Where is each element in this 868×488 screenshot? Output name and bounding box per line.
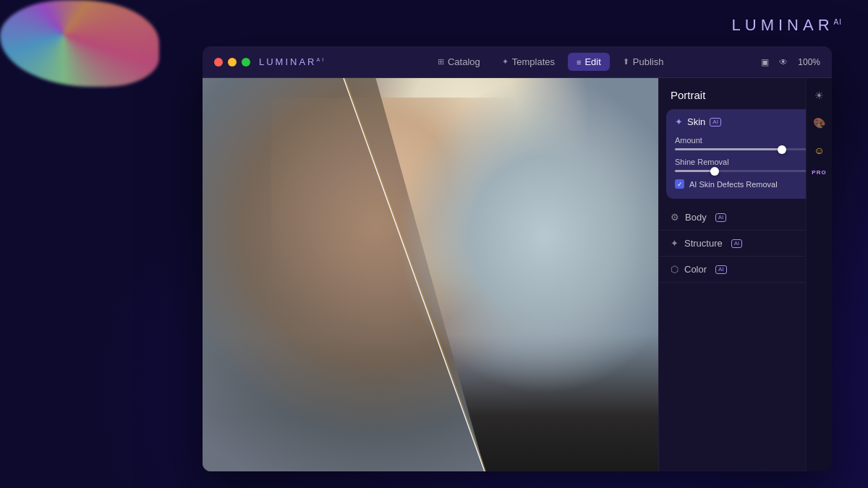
- amount-slider-row: Amount 76: [675, 136, 816, 150]
- nav-templates[interactable]: ✦ Templates: [493, 53, 563, 71]
- nav-bar: ⊞ Catalog ✦ Templates ≡ Edit ⬆ Publish: [349, 53, 752, 71]
- catalog-icon: ⊞: [438, 57, 444, 67]
- body-ai-badge: AI: [715, 213, 727, 222]
- traffic-lights: [214, 58, 250, 67]
- nav-publish[interactable]: ⬆ Publish: [614, 53, 673, 71]
- shine-fill: [675, 170, 715, 172]
- structure-icon: ✦: [671, 238, 678, 249]
- eye-icon[interactable]: 👁: [779, 57, 788, 67]
- outer-brand: LUMINARAI: [732, 16, 842, 35]
- close-button[interactable]: [214, 58, 223, 67]
- shine-label: Shine Removal: [675, 158, 729, 166]
- body-label: Body: [685, 212, 707, 223]
- ai-defects-row: ✓ AI Skin Defects Removal: [675, 179, 816, 189]
- title-bar: LUMINARAI ⊞ Catalog ✦ Templates ≡ Edit ⬆…: [203, 46, 832, 78]
- face-tool[interactable]: ☺: [809, 140, 830, 160]
- color-icon: ⬡: [671, 264, 678, 275]
- skin-section-title: Skin: [687, 116, 705, 127]
- split-line: [203, 78, 658, 471]
- publish-icon: ⬆: [623, 57, 629, 67]
- outer-brand-sup: AI: [834, 18, 842, 26]
- templates-icon: ✦: [502, 57, 509, 67]
- pro-label: PRO: [812, 169, 826, 176]
- shine-slider-row: Shine Removal 28: [675, 158, 816, 172]
- shine-thumb[interactable]: [710, 167, 719, 176]
- titlebar-right: ▣ 👁 100%: [761, 57, 820, 67]
- nav-edit[interactable]: ≡ Edit: [568, 53, 610, 71]
- app-window: LUMINARAI ⊞ Catalog ✦ Templates ≡ Edit ⬆…: [203, 46, 832, 471]
- view-split-icon[interactable]: ▣: [761, 57, 769, 67]
- minimize-button[interactable]: [228, 58, 237, 67]
- catalog-label: Catalog: [448, 56, 480, 67]
- shine-track[interactable]: [675, 170, 816, 172]
- color-label: Color: [684, 264, 707, 275]
- ai-defects-checkbox[interactable]: ✓: [675, 179, 684, 189]
- photo-area: [203, 78, 658, 471]
- panel-title: Portrait: [671, 89, 705, 101]
- svg-line-0: [344, 78, 485, 471]
- shine-label-row: Shine Removal 28: [675, 158, 816, 166]
- ai-defects-label: AI Skin Defects Removal: [689, 180, 778, 189]
- publish-label: Publish: [633, 56, 664, 67]
- structure-ai-badge: AI: [731, 239, 743, 248]
- maximize-button[interactable]: [242, 58, 250, 67]
- amount-label-row: Amount 76: [675, 136, 816, 145]
- app-brand: LUMINARAI: [259, 56, 326, 67]
- svg-line-1: [345, 78, 486, 471]
- skin-section-header: ✦ Skin AI: [675, 116, 816, 127]
- skin-ai-badge: AI: [710, 118, 721, 127]
- nav-catalog[interactable]: ⊞ Catalog: [429, 53, 489, 71]
- tool-strip: ☀ 🎨 ☺ PRO: [806, 78, 832, 471]
- skin-section-icon: ✦: [675, 116, 683, 127]
- color-ai-badge: AI: [715, 265, 727, 274]
- amount-thumb[interactable]: [778, 145, 786, 154]
- content-area: Portrait ☀ ✦ Skin AI Amount 76: [203, 78, 832, 471]
- sun-tool[interactable]: ☀: [809, 85, 830, 106]
- outer-brand-text: LUMINAR: [732, 16, 834, 34]
- body-icon: ⚙: [671, 212, 679, 223]
- amount-track[interactable]: [675, 148, 816, 150]
- structure-label: Structure: [684, 238, 723, 249]
- skin-section: ✦ Skin AI Amount 76 Shine: [666, 109, 825, 199]
- templates-label: Templates: [512, 56, 555, 67]
- edit-label: Edit: [584, 56, 600, 67]
- zoom-level[interactable]: 100%: [798, 57, 820, 67]
- amount-label: Amount: [675, 136, 702, 145]
- edit-icon: ≡: [576, 58, 581, 67]
- amount-fill: [675, 148, 782, 150]
- palette-tool[interactable]: 🎨: [809, 113, 830, 133]
